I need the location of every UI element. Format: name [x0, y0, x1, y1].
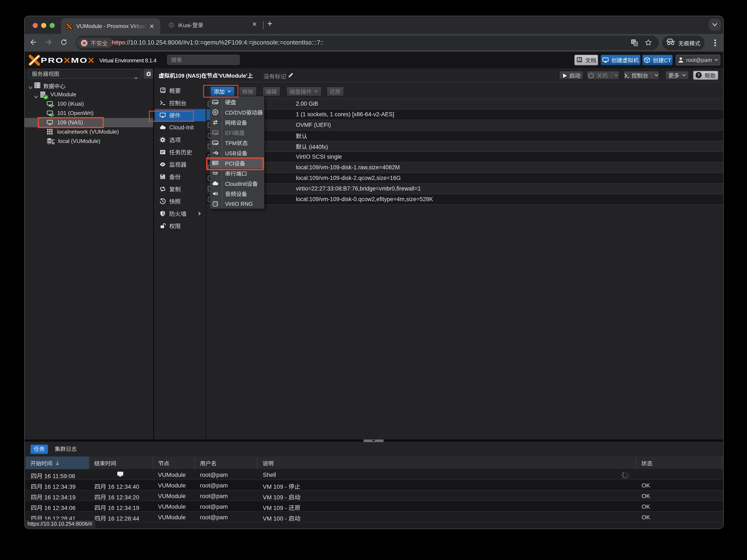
svg-text:文: 文 [634, 41, 637, 46]
svg-text:?: ? [697, 73, 700, 77]
